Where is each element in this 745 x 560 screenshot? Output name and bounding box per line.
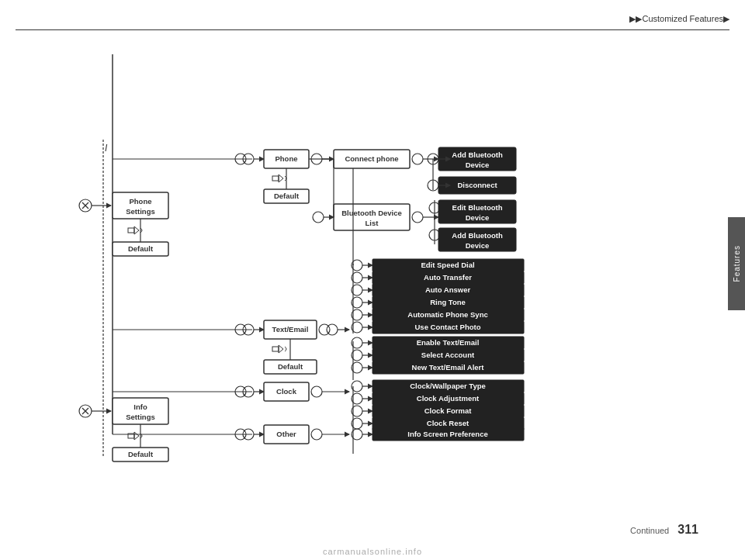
edit-speed-dial-label: Edit Speed Dial <box>421 261 474 269</box>
auto-phone-sync-label: Automatic Phone Sync <box>407 310 487 319</box>
clock-adjustment-label: Clock Adjustment <box>417 394 480 403</box>
sidebar-label: Features <box>733 245 741 282</box>
auto-answer-label: Auto Answer <box>425 285 471 294</box>
phone-settings-speaker <box>128 226 142 234</box>
svg-marker-6 <box>134 226 139 234</box>
auto-transfer-label: Auto Transfer <box>424 273 472 282</box>
svg-point-52 <box>313 212 324 223</box>
svg-rect-5 <box>128 228 134 233</box>
info-settings-speaker <box>128 432 142 440</box>
section-marker: I <box>105 143 108 154</box>
phone-default-label2: Default <box>274 192 300 200</box>
add-bluetooth-device-2-label2: Device <box>466 241 490 250</box>
svg-marker-35 <box>279 345 283 353</box>
svg-point-48 <box>412 154 423 164</box>
svg-point-32 <box>327 324 338 335</box>
clock-after-connector <box>311 386 349 397</box>
diagram: Phone Settings Default Info Settings Def… <box>12 39 718 527</box>
add-bluetooth-device-2-label: Add Bluetooth <box>452 231 503 240</box>
add-bluetooth-device-1-label2: Device <box>466 161 490 169</box>
connect-phone-label: Connect phone <box>345 154 398 163</box>
new-text-email-alert-label: New Text/Email Alert <box>412 363 485 372</box>
clock-wallpaper-label: Clock/Wallpaper Type <box>410 382 486 390</box>
edit-speed-dial-connector <box>352 260 372 271</box>
clock-format-label: Clock Format <box>424 406 473 415</box>
page-number: 311 <box>677 523 698 536</box>
svg-rect-24 <box>272 176 279 181</box>
clock-reset-connector <box>352 418 372 429</box>
clock-wallpaper-connector <box>352 381 372 392</box>
bluetooth-device-list-label: Bluetooth Device <box>341 209 402 217</box>
text-email-speaker-default: Default <box>264 339 317 374</box>
enable-text-email-connector <box>352 337 372 348</box>
auto-transfer-connector <box>352 272 372 283</box>
svg-point-46 <box>311 429 322 440</box>
text-default-label: Default <box>278 362 303 371</box>
clock-label: Clock <box>276 387 297 396</box>
watermark: carmanualsonline.info <box>323 547 422 556</box>
bluetooth-list-connector <box>313 212 334 223</box>
select-account-label: Select Account <box>421 351 475 359</box>
phone-speaker-default: Default <box>264 168 309 203</box>
clock-adjustment-connector <box>352 393 372 404</box>
phone-settings-connector <box>79 199 111 212</box>
info-settings-label2: Settings <box>126 413 154 421</box>
info-settings-connector <box>79 405 111 417</box>
continued-label: Continued <box>630 526 669 535</box>
phone-settings-label: Phone <box>129 197 151 206</box>
footer: Continued 311 <box>630 523 698 537</box>
phone-settings-label2: Settings <box>126 207 154 216</box>
text-email-label: Text/Email <box>272 325 309 334</box>
new-text-email-alert-connector <box>352 362 372 373</box>
auto-answer-connector <box>352 285 372 296</box>
disconnect-label: Disconnect <box>457 181 497 189</box>
connect-phone-after-connector <box>412 154 438 164</box>
info-screen-connector <box>352 429 372 440</box>
auto-phone-sync-connector <box>352 309 372 320</box>
svg-marker-25 <box>279 175 283 182</box>
svg-point-41 <box>311 386 322 397</box>
svg-point-54 <box>412 212 423 223</box>
enable-text-email-label: Enable Text/Email <box>417 338 480 347</box>
use-contact-photo-label: Use Contact Photo <box>415 323 481 331</box>
info-screen-preference-label: Info Screen Preference <box>407 430 488 438</box>
clock-format-connector <box>352 406 372 417</box>
use-contact-photo-connector <box>352 322 372 333</box>
bluetooth-device-list-label2: List <box>366 219 379 227</box>
text-email-after-connector <box>319 324 349 335</box>
svg-rect-34 <box>272 347 279 351</box>
other-label: Other <box>276 430 296 438</box>
breadcrumb-text: ▶▶Customized Features▶ <box>629 14 729 24</box>
svg-marker-13 <box>134 432 139 440</box>
phone-label: Phone <box>275 154 297 163</box>
info-default-label: Default <box>128 450 154 458</box>
header-divider <box>16 29 729 30</box>
breadcrumb: ▶▶Customized Features▶ <box>629 14 729 24</box>
phone-default-label: Default <box>128 244 154 253</box>
edit-bluetooth-device-label: Edit Bluetooth <box>452 203 503 212</box>
edit-bluetooth-device-label2: Device <box>466 213 490 222</box>
ring-tone-label: Ring Tone <box>430 298 466 306</box>
info-settings-label: Info <box>133 403 147 411</box>
features-sidebar-tab: Features <box>728 217 745 310</box>
add-bluetooth-device-1-label: Add Bluetooth <box>452 150 503 159</box>
other-after-connector <box>311 429 349 440</box>
ring-tone-connector <box>352 297 372 308</box>
select-account-connector <box>352 350 372 361</box>
clock-reset-label: Clock Reset <box>427 419 470 427</box>
